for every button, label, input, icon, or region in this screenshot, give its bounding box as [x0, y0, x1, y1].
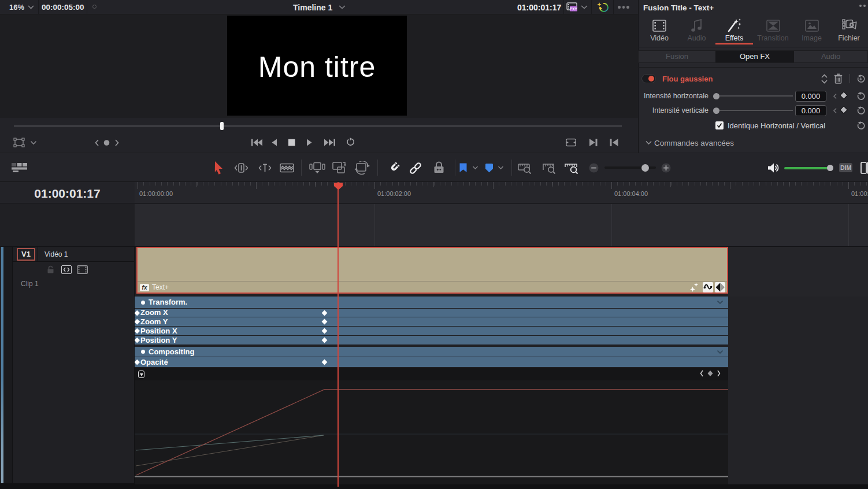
svg-text:PXY: PXY — [570, 7, 578, 11]
